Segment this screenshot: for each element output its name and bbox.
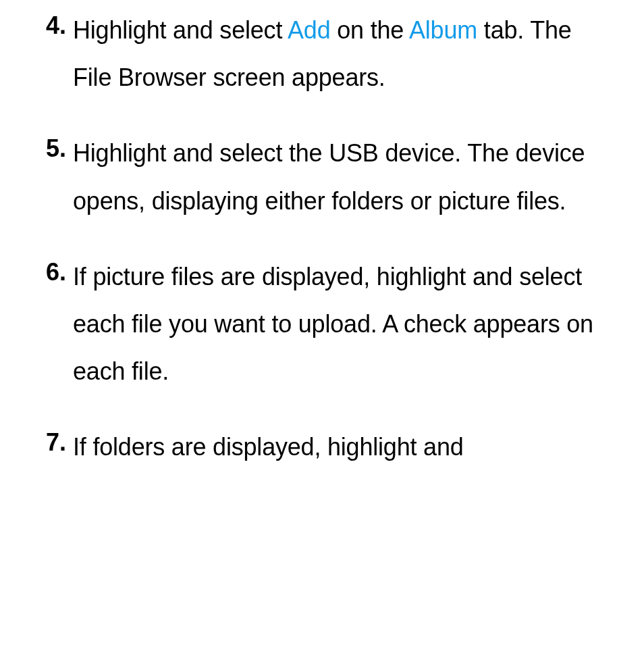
- item-text: Highlight and select the USB device. The…: [73, 130, 603, 224]
- text: Highlight and select the USB device. The…: [73, 139, 585, 214]
- item-text: Highlight and select Add on the Album ta…: [73, 7, 603, 101]
- text: If folders are displayed, highlight and: [73, 433, 464, 461]
- item-number: 7.: [41, 424, 66, 461]
- item-number: 4.: [41, 7, 66, 45]
- item-text: If folders are displayed, highlight and: [73, 424, 464, 471]
- text: on the: [330, 16, 409, 44]
- keyword-album: Album: [409, 16, 477, 44]
- item-number: 5.: [41, 130, 66, 168]
- text: If picture files are displayed, highligh…: [73, 263, 593, 385]
- list-item: 5. Highlight and select the USB device. …: [41, 130, 603, 224]
- document-page: 4. Highlight and select Add on the Album…: [0, 0, 644, 472]
- text: Highlight and select: [73, 16, 288, 44]
- item-text: If picture files are displayed, highligh…: [73, 253, 603, 396]
- item-number: 6.: [41, 253, 66, 291]
- keyword-add: Add: [288, 16, 330, 44]
- list-item: 4. Highlight and select Add on the Album…: [41, 7, 603, 101]
- list-item: 6. If picture files are displayed, highl…: [41, 253, 603, 396]
- list-item: 7. If folders are displayed, highlight a…: [41, 424, 603, 471]
